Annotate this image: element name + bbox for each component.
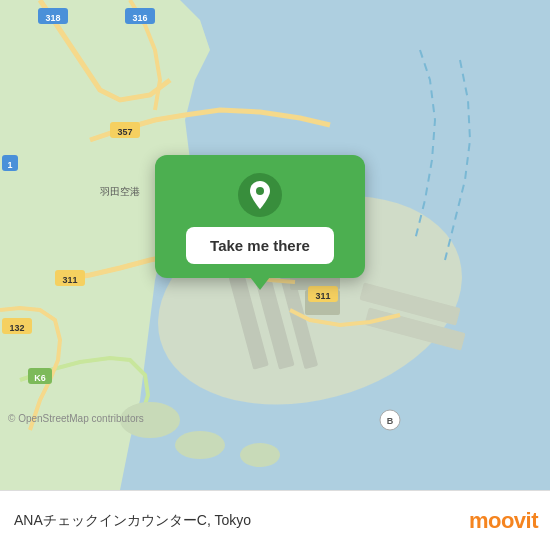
svg-text:1: 1 — [7, 160, 12, 170]
svg-text:316: 316 — [132, 13, 147, 23]
location-pin-icon — [238, 173, 282, 217]
svg-point-11 — [240, 443, 280, 467]
svg-text:羽田空港: 羽田空港 — [100, 186, 140, 197]
map-container: 318 316 357 311 311 K6 132 B 1 羽田空港 — [0, 0, 550, 490]
svg-text:357: 357 — [117, 127, 132, 137]
svg-point-10 — [175, 431, 225, 459]
svg-text:B: B — [387, 416, 394, 426]
svg-text:132: 132 — [9, 323, 24, 333]
bottom-bar: ANAチェックインカウンターC, Tokyo moovit — [0, 490, 550, 550]
moovit-brand-text: moovit — [469, 508, 538, 534]
svg-text:318: 318 — [45, 13, 60, 23]
svg-text:311: 311 — [62, 275, 77, 285]
map-popup: Take me there — [155, 155, 365, 278]
copyright-text: © OpenStreetMap contributors — [8, 413, 144, 424]
svg-point-32 — [256, 187, 264, 195]
moovit-logo: moovit — [469, 508, 538, 534]
svg-text:K6: K6 — [34, 373, 46, 383]
take-me-there-button[interactable]: Take me there — [186, 227, 334, 264]
svg-text:311: 311 — [315, 291, 330, 301]
location-label: ANAチェックインカウンターC, Tokyo — [14, 512, 251, 530]
